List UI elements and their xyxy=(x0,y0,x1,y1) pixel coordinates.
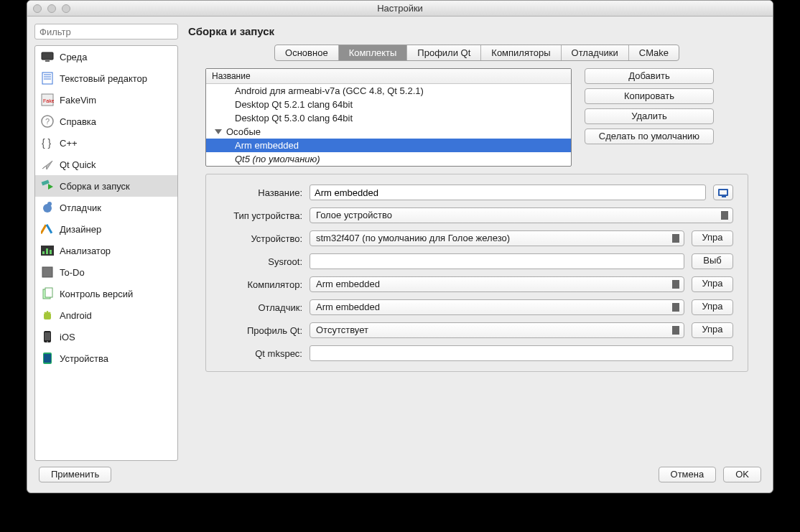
chart-icon xyxy=(41,244,54,257)
delete-button[interactable]: Удалить xyxy=(585,108,714,124)
sidebar-item-label: Qt Quick xyxy=(60,159,96,170)
svg-text:Fake: Fake xyxy=(43,98,54,103)
add-button[interactable]: Добавить xyxy=(585,68,714,84)
svg-rect-0 xyxy=(42,52,53,60)
sidebar-item-help[interactable]: ? Справка xyxy=(35,111,177,132)
tab-qt-profiles[interactable]: Профили Qt xyxy=(407,45,481,60)
iphone-icon xyxy=(41,330,54,343)
sidebar-item-label: Справка xyxy=(60,116,96,127)
manage-debugger-button[interactable]: Упра xyxy=(692,299,733,315)
kits-list[interactable]: Название Android для armeabi-v7a (GCC 4.… xyxy=(205,68,572,167)
braces-icon: { } xyxy=(41,136,54,149)
svg-rect-32 xyxy=(44,354,51,363)
copy-button[interactable]: Копировать xyxy=(585,88,714,104)
tab-compilers[interactable]: Компиляторы xyxy=(481,45,561,60)
sidebar-item-label: FakeVim xyxy=(60,95,96,106)
settings-window: Настройки Среда Текстовый редактор Fake xyxy=(27,0,773,493)
compiler-select[interactable]: Arm embedded xyxy=(310,276,684,292)
kit-row[interactable]: Android для armeabi-v7a (GCC 4.8, Qt 5.2… xyxy=(206,84,571,98)
close-window-icon[interactable] xyxy=(33,4,42,13)
sidebar-item-qtquick[interactable]: Qt Quick xyxy=(35,154,177,175)
android-icon xyxy=(41,309,54,322)
kit-row[interactable]: Desktop Qt 5.2.1 clang 64bit xyxy=(206,98,571,111)
apply-button[interactable]: Применить xyxy=(39,467,111,482)
tab-cmake[interactable]: CMake xyxy=(629,45,679,60)
make-default-button[interactable]: Сделать по умолчанию xyxy=(585,129,714,144)
manage-device-button[interactable]: Упра xyxy=(692,230,733,246)
svg-rect-17 xyxy=(46,224,53,234)
mkspec-input[interactable] xyxy=(310,345,733,361)
tab-debuggers[interactable]: Отладчики xyxy=(562,45,629,60)
sidebar-item-ios[interactable]: iOS xyxy=(35,326,177,347)
sidebar-item-fakevim[interactable]: Fake FakeVim xyxy=(35,89,177,111)
manage-compiler-button[interactable]: Упра xyxy=(692,276,733,292)
sidebar-item-label: Сборка и запуск xyxy=(60,181,130,192)
sidebar-item-build-run[interactable]: Сборка и запуск xyxy=(35,175,177,197)
svg-point-15 xyxy=(47,202,52,206)
sidebar: Среда Текстовый редактор Fake FakeVim ? … xyxy=(34,24,178,461)
svg-text:{ }: { } xyxy=(42,137,52,149)
filter-input[interactable] xyxy=(34,24,178,39)
device-select[interactable]: stm32f407 (по умолчанию для Голое железо… xyxy=(310,230,684,246)
sidebar-item-label: Среда xyxy=(60,52,87,62)
svg-rect-21 xyxy=(50,250,52,254)
choose-sysroot-button[interactable]: Выб xyxy=(692,253,733,269)
zoom-window-icon[interactable] xyxy=(62,4,70,13)
minimize-window-icon[interactable] xyxy=(47,4,56,13)
kits-header[interactable]: Название xyxy=(206,69,571,84)
sidebar-item-label: Дизайнер xyxy=(60,224,101,235)
kit-details: Название: Тип устройства: Голое устройст… xyxy=(205,174,748,372)
name-input[interactable] xyxy=(310,185,706,200)
label-name: Название: xyxy=(220,187,302,198)
sidebar-item-analyzer[interactable]: Анализатор xyxy=(35,240,177,261)
sidebar-item-label: Отладчик xyxy=(60,202,101,213)
sidebar-item-label: To-Do xyxy=(60,267,85,278)
sidebar-item-environment[interactable]: Среда xyxy=(35,46,177,67)
svg-marker-11 xyxy=(42,161,52,169)
sidebar-item-debugger[interactable]: Отладчик xyxy=(35,197,177,218)
kit-row[interactable]: Desktop Qt 5.3.0 clang 64bit xyxy=(206,111,571,125)
kit-group-label: Особые xyxy=(226,126,261,138)
sidebar-item-label: C++ xyxy=(60,138,78,149)
svg-point-30 xyxy=(47,341,48,342)
ok-button[interactable]: OK xyxy=(723,467,761,482)
category-list[interactable]: Среда Текстовый редактор Fake FakeVim ? … xyxy=(34,45,178,461)
window-title: Настройки xyxy=(27,3,773,14)
sidebar-item-label: Анализатор xyxy=(60,246,111,256)
kit-group[interactable]: Особые xyxy=(206,125,571,139)
sidebar-item-designer[interactable]: Дизайнер xyxy=(35,218,177,240)
sidebar-item-label: Контроль версий xyxy=(60,289,133,299)
tab-kits[interactable]: Комплекты xyxy=(339,45,408,60)
content-pane: Сборка и запуск Основное Комплекты Профи… xyxy=(188,24,766,461)
device-icon-button[interactable] xyxy=(713,185,733,200)
svg-rect-1 xyxy=(45,60,50,62)
device-type-select[interactable]: Голое устройство xyxy=(310,207,733,223)
document-icon xyxy=(41,72,54,85)
svg-text:?: ? xyxy=(45,117,50,126)
sidebar-item-cpp[interactable]: { } C++ xyxy=(35,132,177,154)
qt-profile-select[interactable]: Отсутствует xyxy=(310,322,684,338)
expand-icon[interactable] xyxy=(215,129,222,134)
svg-rect-22 xyxy=(42,267,52,277)
bug-icon xyxy=(41,201,54,214)
svg-rect-19 xyxy=(42,251,45,254)
kit-row-default[interactable]: Qt5 (по умолчанию) xyxy=(206,152,571,166)
label-sysroot: Sysroot: xyxy=(220,256,302,267)
sidebar-item-text-editor[interactable]: Текстовый редактор xyxy=(35,67,177,89)
debugger-select[interactable]: Arm embedded xyxy=(310,299,684,315)
sidebar-item-android[interactable]: Android xyxy=(35,304,177,326)
kit-row-selected[interactable]: Arm embedded xyxy=(206,139,571,152)
label-mkspec: Qt mkspec: xyxy=(220,348,302,359)
label-device: Устройство: xyxy=(220,233,302,244)
manage-qt-button[interactable]: Упра xyxy=(692,322,733,338)
sidebar-item-todo[interactable]: To-Do xyxy=(35,261,177,283)
sysroot-input[interactable] xyxy=(310,253,684,269)
svg-rect-2 xyxy=(42,73,52,84)
cancel-button[interactable]: Отмена xyxy=(659,467,717,482)
question-icon: ? xyxy=(41,115,54,128)
sidebar-item-vcs[interactable]: Контроль версий xyxy=(35,283,177,304)
tab-general[interactable]: Основное xyxy=(275,45,339,60)
sidebar-item-devices[interactable]: Устройства xyxy=(35,347,177,369)
svg-rect-24 xyxy=(45,288,52,297)
paperplane-icon xyxy=(41,158,54,171)
